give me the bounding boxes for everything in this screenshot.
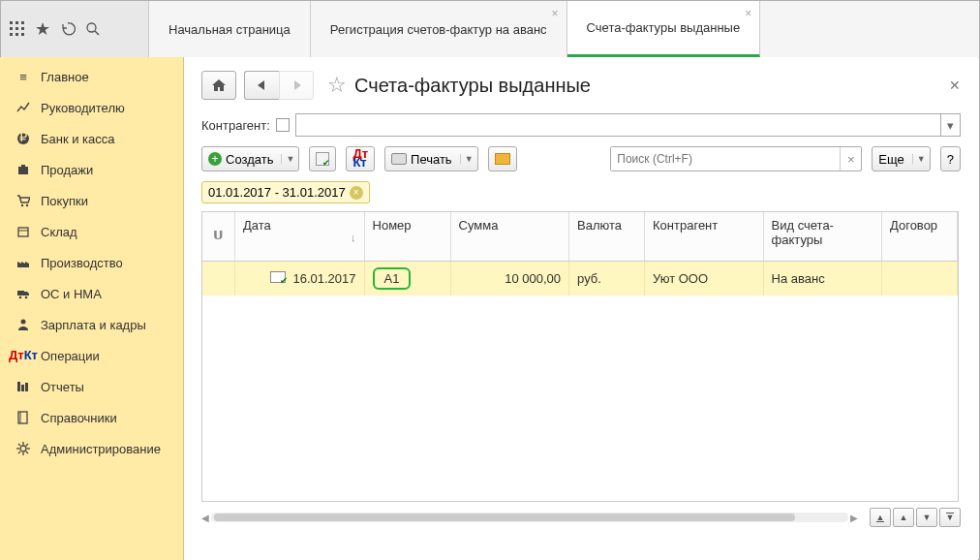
- paperclip-icon: 𝗨: [210, 228, 227, 242]
- tab-start-page[interactable]: Начальная страница: [149, 1, 311, 57]
- svg-point-18: [19, 296, 22, 299]
- tabs: Начальная страница Регистрация счетов-фа…: [149, 1, 979, 57]
- search-box: ×: [610, 146, 862, 171]
- mail-button[interactable]: [488, 146, 517, 171]
- toolbar: + Создать ▼ ДтКт Печать ▼ × Еще ▼ ?: [201, 146, 961, 171]
- col-date[interactable]: Дата↓: [234, 212, 364, 261]
- create-button[interactable]: + Создать ▼: [201, 146, 299, 171]
- tab-invoices-issued[interactable]: Счета-фактуры выданные ×: [567, 1, 761, 57]
- sidebar-item-label: Покупки: [41, 194, 168, 208]
- sidebar-item-label: Склад: [41, 225, 168, 239]
- counterparty-dropdown-icon[interactable]: ▾: [940, 114, 960, 136]
- sidebar-item-label: Операции: [41, 349, 168, 363]
- sidebar-item-manager[interactable]: Руководителю: [0, 92, 183, 123]
- tab-label: Начальная страница: [168, 22, 291, 37]
- sort-asc-icon: ↓: [351, 232, 356, 243]
- sidebar: ≡ Главное Руководителю ₽ Банк и касса Пр…: [0, 57, 184, 560]
- dtkt-button[interactable]: ДтКт: [346, 146, 375, 171]
- apps-icon[interactable]: [9, 20, 26, 38]
- sidebar-item-references[interactable]: Справочники: [0, 402, 183, 433]
- page-down-button[interactable]: ▼: [916, 508, 937, 527]
- page-first-button[interactable]: ▲: [870, 508, 891, 527]
- col-currency[interactable]: Валюта: [569, 212, 645, 261]
- cell-currency: руб.: [577, 271, 601, 286]
- counterparty-label: Контрагент:: [201, 118, 270, 133]
- sidebar-item-payroll[interactable]: Зарплата и кадры: [0, 309, 183, 340]
- search-input[interactable]: [611, 147, 840, 171]
- svg-rect-8: [21, 33, 24, 36]
- sidebar-item-stock[interactable]: Склад: [0, 216, 183, 247]
- svg-rect-21: [17, 382, 20, 391]
- person-icon: [15, 317, 31, 332]
- counterparty-input[interactable]: ▾: [295, 113, 961, 137]
- back-button[interactable]: [244, 71, 279, 100]
- top-bar: ★ Начальная страница Регистрация счетов-…: [1, 1, 979, 58]
- dropdown-icon[interactable]: ▼: [912, 154, 924, 164]
- svg-rect-4: [15, 27, 18, 30]
- close-page-icon[interactable]: ✕: [949, 78, 961, 93]
- page-up-button[interactable]: ▲: [893, 508, 914, 527]
- sidebar-item-assets[interactable]: ОС и НМА: [0, 278, 183, 309]
- star-icon[interactable]: ★: [34, 20, 51, 38]
- cell-date: 16.01.2017: [292, 271, 355, 286]
- home-button[interactable]: [201, 71, 236, 100]
- bag-icon: [15, 162, 31, 177]
- sidebar-item-main[interactable]: ≡ Главное: [0, 61, 183, 92]
- forward-button[interactable]: [279, 71, 314, 100]
- posted-doc-icon: [270, 271, 286, 283]
- svg-rect-24: [18, 412, 27, 423]
- dropdown-icon[interactable]: ▼: [281, 154, 292, 164]
- col-invoice-type[interactable]: Вид счета-фактуры: [763, 212, 881, 261]
- col-contract[interactable]: Договор: [882, 212, 958, 261]
- dropdown-icon[interactable]: ▼: [460, 154, 472, 164]
- svg-point-20: [21, 320, 26, 325]
- scroll-right-icon[interactable]: ▶: [850, 513, 858, 523]
- col-counterparty[interactable]: Контрагент: [645, 212, 763, 261]
- horizontal-scrollbar[interactable]: [211, 513, 848, 522]
- col-sum[interactable]: Сумма: [450, 212, 568, 261]
- ruble-icon: ₽: [15, 131, 31, 146]
- sidebar-item-reports[interactable]: Отчеты: [0, 371, 183, 402]
- page-title: Счета-фактуры выданные: [354, 75, 591, 97]
- svg-rect-3: [10, 27, 13, 30]
- favorite-star-icon[interactable]: ☆: [327, 73, 347, 98]
- col-attachment[interactable]: 𝗨: [202, 212, 234, 261]
- svg-rect-22: [21, 385, 24, 391]
- list-icon: [15, 379, 31, 394]
- table-row[interactable]: 16.01.2017 А1 10 000,00 руб. Уют ООО На …: [202, 261, 958, 296]
- help-button[interactable]: ?: [940, 146, 961, 171]
- button-label: Создать: [226, 152, 273, 167]
- date-filter-chip[interactable]: 01.01.2017 - 31.01.2017 ×: [201, 181, 370, 203]
- sidebar-item-production[interactable]: Производство: [0, 247, 183, 278]
- sidebar-item-admin[interactable]: Администрирование: [0, 433, 183, 464]
- page-last-button[interactable]: ▼: [939, 508, 961, 527]
- svg-line-33: [26, 444, 28, 446]
- sidebar-item-label: Зарплата и кадры: [41, 318, 168, 332]
- search-icon[interactable]: [84, 20, 102, 38]
- sidebar-item-label: Отчеты: [41, 380, 168, 394]
- col-number[interactable]: Номер: [364, 212, 450, 261]
- sidebar-item-sales[interactable]: Продажи: [0, 154, 183, 185]
- sidebar-item-bank[interactable]: ₽ Банк и касса: [0, 123, 183, 154]
- more-button[interactable]: Еще ▼: [872, 146, 930, 171]
- scroll-left-icon[interactable]: ◀: [201, 513, 209, 523]
- tab-avans-registration[interactable]: Регистрация счетов-фактур на аванс ×: [311, 1, 567, 57]
- remove-filter-icon[interactable]: ×: [350, 186, 363, 200]
- print-button[interactable]: Печать ▼: [384, 146, 478, 171]
- history-icon[interactable]: [59, 20, 77, 38]
- sidebar-item-label: Банк и касса: [41, 132, 168, 146]
- svg-line-10: [95, 31, 99, 35]
- scrollbar-thumb[interactable]: [214, 513, 795, 521]
- sidebar-item-operations[interactable]: ДтКт Операции: [0, 340, 183, 371]
- plus-icon: +: [208, 152, 222, 166]
- sidebar-item-label: Производство: [41, 256, 168, 270]
- svg-text:₽: ₽: [19, 132, 27, 144]
- close-icon[interactable]: ×: [745, 7, 751, 20]
- copy-doc-button[interactable]: [309, 146, 336, 171]
- box-icon: [15, 224, 31, 239]
- clear-search-icon[interactable]: ×: [840, 147, 861, 171]
- counterparty-checkbox[interactable]: [276, 118, 290, 132]
- sidebar-item-purchases[interactable]: Покупки: [0, 185, 183, 216]
- svg-point-13: [21, 204, 23, 206]
- close-icon[interactable]: ×: [552, 7, 559, 20]
